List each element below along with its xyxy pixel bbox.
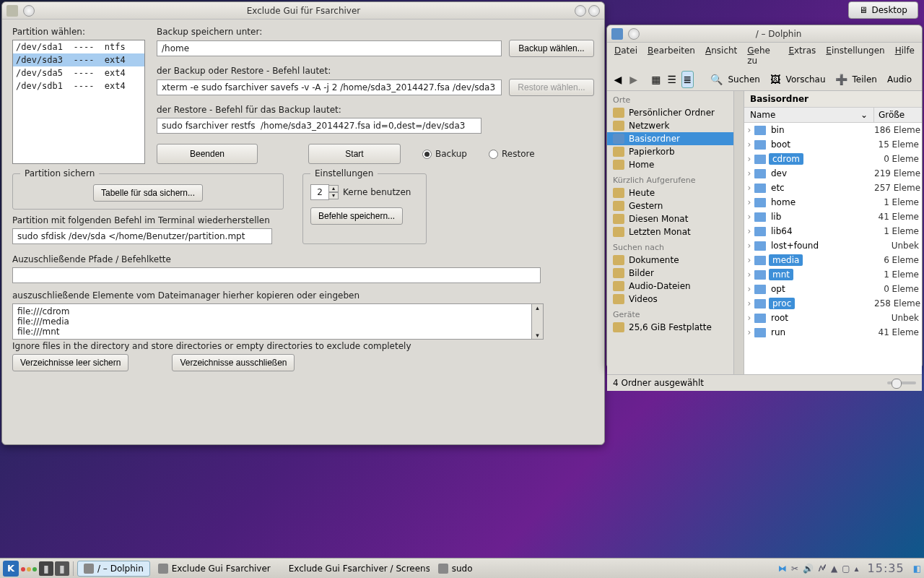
icons-view-button[interactable]: ▦ [650, 71, 663, 88]
expand-icon[interactable]: › [744, 226, 754, 236]
exclude-line[interactable]: file:///mnt [17, 327, 527, 337]
exclude-list-box[interactable]: file:///cdromfile:///mediafile:///mnt [12, 303, 532, 340]
expand-icon[interactable]: › [744, 212, 754, 222]
desktop-switcher[interactable]: 🖥 Desktop [848, 1, 919, 19]
dolphin-menubar[interactable]: DateiBearbeitenAnsichtGehe zuExtrasEinst… [607, 43, 922, 69]
menu-item[interactable]: Hilfe [895, 46, 915, 66]
file-row[interactable]: ›media6 Eleme [744, 253, 922, 267]
place-item[interactable]: Videos [607, 293, 744, 306]
backup-path-input[interactable] [157, 40, 502, 56]
spin-up[interactable]: ▴ [328, 185, 339, 192]
network-icon[interactable]: ▲ [831, 564, 837, 574]
cores-spinbox[interactable]: ▴▾ [310, 184, 339, 200]
sort-indicator-icon[interactable]: ⌄ [860, 110, 868, 120]
window-menu-button[interactable] [628, 28, 640, 40]
partition-item[interactable]: /dev/sda1 ---- ntfs [13, 40, 144, 53]
file-row[interactable]: ›dev219 Eleme [744, 166, 922, 181]
file-row[interactable]: ›bin186 Eleme [744, 123, 922, 137]
menu-item[interactable]: Extras [788, 46, 816, 66]
expand-icon[interactable]: › [744, 298, 754, 309]
tray-expand-icon[interactable]: ▴ [855, 564, 859, 574]
file-row[interactable]: ›etc257 Eleme [744, 181, 922, 195]
expand-icon[interactable]: › [744, 327, 754, 337]
partition-item[interactable]: /dev/sda5 ---- ext4 [13, 66, 144, 79]
place-item[interactable]: Letzten Monat [607, 225, 744, 238]
search-label[interactable]: Suchen [728, 74, 759, 85]
expand-icon[interactable]: › [744, 255, 754, 265]
clipboard-icon[interactable]: ✂ [791, 564, 798, 574]
file-row[interactable]: ›rootUnbek [744, 311, 922, 325]
share-icon[interactable]: ➕ [834, 71, 848, 88]
back-button[interactable]: ◀ [611, 71, 624, 88]
partition-listbox[interactable]: /dev/sda1 ---- ntfs/dev/sda3 ---- ext4/d… [12, 40, 145, 164]
file-row[interactable]: ›proc258 Eleme [744, 296, 922, 311]
spin-down[interactable]: ▾ [328, 192, 339, 199]
menu-item[interactable]: Einstellungen [826, 46, 884, 66]
window-menu-button[interactable] [23, 5, 35, 17]
activity-pager[interactable] [20, 564, 38, 574]
zoom-slider[interactable] [887, 381, 916, 384]
fsarchiver-titlebar[interactable]: Exclude Gui für Fsarchiver [2, 2, 604, 20]
save-commands-button[interactable]: Befehle speichern... [310, 207, 403, 225]
taskbar-item[interactable]: / – Dolphin [77, 561, 150, 577]
exclude-line[interactable]: file:///media [17, 316, 527, 327]
partition-item[interactable]: /dev/sda3 ---- ext4 [13, 53, 144, 66]
file-row[interactable]: ›mnt1 Eleme [744, 267, 922, 282]
kickoff-button[interactable]: K [3, 561, 19, 577]
audio-label[interactable]: Audio [887, 74, 912, 85]
place-item[interactable]: Basisordner [607, 132, 744, 145]
place-item[interactable]: Audio-Dateien [607, 280, 744, 293]
breadcrumb[interactable]: Basisordner [744, 91, 922, 108]
file-header[interactable]: Name⌄ Größe [744, 108, 922, 123]
share-label[interactable]: Teilen [853, 74, 877, 85]
compact-view-button[interactable]: ☰ [666, 71, 679, 88]
file-list[interactable]: ›bin186 Eleme›boot15 Eleme›cdrom0 Eleme›… [744, 123, 922, 374]
place-item[interactable]: 25,6 GiB Festplatte [607, 321, 744, 334]
file-row[interactable]: ›cdrom0 Eleme [744, 152, 922, 166]
save-empty-dirs-button[interactable]: Verzeichnisse leer sichern [12, 354, 128, 371]
file-row[interactable]: ›lost+foundUnbek [744, 238, 922, 253]
taskbar-item[interactable]: sudo [432, 561, 479, 577]
expand-icon[interactable]: › [744, 168, 754, 178]
volume-icon[interactable]: 🔊 [803, 564, 814, 574]
exclude-command-input[interactable] [12, 267, 541, 283]
file-row[interactable]: ›home1 Eleme [744, 195, 922, 210]
expand-icon[interactable]: › [744, 125, 754, 135]
bluetooth-icon[interactable]: ⧓ [778, 564, 787, 574]
scroll-up-icon[interactable]: ▴ [532, 304, 543, 311]
show-desktop-icon[interactable]: ◧ [913, 564, 921, 574]
place-item[interactable]: Heute [607, 186, 744, 199]
preview-icon[interactable]: 🖼 [769, 71, 782, 88]
battery-icon[interactable]: 🗲 [818, 564, 827, 574]
menu-item[interactable]: Gehe zu [747, 46, 778, 66]
place-item[interactable]: Bilder [607, 267, 744, 280]
expand-icon[interactable]: › [744, 139, 754, 150]
taskbar-item[interactable]: Exclude Gui Fsarchiver / Screens [279, 561, 430, 577]
forward-button[interactable]: ▶ [627, 71, 640, 88]
exclude-line[interactable]: file:///cdrom [17, 306, 527, 316]
menu-item[interactable]: Datei [614, 46, 637, 66]
place-item[interactable]: Dokumente [607, 254, 744, 267]
start-button[interactable]: Start [308, 144, 401, 164]
restore-command-input[interactable] [157, 118, 481, 134]
details-view-button[interactable]: ≣ [681, 71, 694, 88]
backup-choose-button[interactable]: Backup wählen... [509, 40, 594, 57]
menu-item[interactable]: Ansicht [705, 46, 737, 66]
place-item[interactable]: Papierkorb [607, 145, 744, 158]
cores-input[interactable] [310, 184, 329, 200]
expand-icon[interactable]: › [744, 154, 754, 164]
place-item[interactable]: Diesen Monat [607, 212, 744, 225]
scroll-down-icon[interactable]: ▾ [532, 332, 543, 339]
place-item[interactable]: Netzwerk [607, 119, 744, 132]
minimize-button[interactable] [575, 5, 586, 17]
restore-terminal-input[interactable] [12, 228, 272, 244]
preview-label[interactable]: Vorschau [786, 74, 826, 85]
place-item[interactable]: Home [607, 158, 744, 171]
command-input[interactable] [157, 79, 502, 95]
file-row[interactable]: ›boot15 Eleme [744, 137, 922, 152]
expand-icon[interactable]: › [744, 284, 754, 294]
file-row[interactable]: ›run41 Eleme [744, 325, 922, 340]
menu-item[interactable]: Bearbeiten [648, 46, 695, 66]
save-table-button[interactable]: Tabelle für sda sichern... [93, 184, 203, 202]
column-size[interactable]: Größe [874, 108, 922, 122]
